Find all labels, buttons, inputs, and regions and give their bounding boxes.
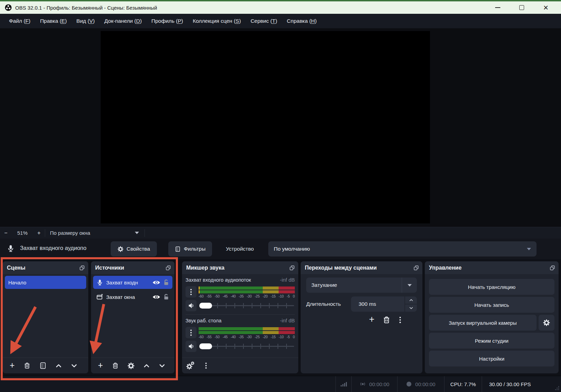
zoom-out-button[interactable]: − <box>0 230 12 236</box>
spin-up-button[interactable] <box>405 296 417 304</box>
mute-button[interactable] <box>186 341 197 352</box>
filters-label: Фильтры <box>184 246 206 252</box>
cpu-usage: CPU: 7.7% <box>450 381 476 387</box>
popout-icon[interactable] <box>166 265 171 270</box>
menu-item-s[interactable]: Коллекция сцен (S) <box>188 14 246 28</box>
channel-menu-button[interactable] <box>186 286 197 298</box>
controls-body: Начать трансляцию Начать запись Запуск в… <box>425 274 559 366</box>
menu-item-v[interactable]: Вид (V) <box>72 14 100 28</box>
spin-down-button[interactable] <box>405 304 417 312</box>
meter-scale-label: -20 <box>263 335 268 339</box>
mixer-panel-header[interactable]: Микшер звука <box>182 261 298 274</box>
meter-scale-label: -30 <box>247 335 251 339</box>
menu-item-e[interactable]: Правка (E) <box>35 14 71 28</box>
meter-scale-label: -60 <box>199 294 203 298</box>
fps-value: 30.00 / 30.00 FPS <box>489 381 531 387</box>
duration-spinner[interactable]: 300 ms <box>351 296 417 312</box>
mixer-menu-button[interactable] <box>204 362 208 369</box>
controls-title: Управление <box>429 265 462 271</box>
volume-slider[interactable] <box>199 300 295 311</box>
close-button[interactable]: ✕ <box>539 2 553 13</box>
source-item[interactable]: Захват входн <box>93 276 172 289</box>
meter-scale-label: -45 <box>223 335 228 339</box>
status-bar: 00:00:00 00:00:00 CPU: 7.7% 30.00 / 30.0… <box>0 376 561 392</box>
menu-item-p[interactable]: Профиль (P) <box>147 14 188 28</box>
settings-button[interactable]: Настройки <box>429 351 554 366</box>
mic-icon <box>97 279 103 286</box>
menu-bar: Файл (F)Правка (E)Вид (V)Док-панели (D)П… <box>0 14 561 28</box>
add-scene-button[interactable]: + <box>10 361 15 370</box>
remove-source-button[interactable] <box>112 362 119 369</box>
transitions-panel-header[interactable]: Переходы между сценами <box>301 261 422 274</box>
source-properties-button[interactable] <box>128 362 134 369</box>
meter-scale-label: -35 <box>239 335 243 339</box>
transition-select[interactable]: Затухание <box>306 278 417 293</box>
slider-handle[interactable] <box>199 343 212 349</box>
maximize-button[interactable] <box>515 2 529 13</box>
lock-open-icon[interactable] <box>163 294 169 300</box>
popout-icon[interactable] <box>550 265 555 270</box>
preview-canvas[interactable] <box>101 31 430 223</box>
popout-icon[interactable] <box>290 265 294 270</box>
meter-scale-label: -45 <box>223 294 228 298</box>
minimize-button[interactable] <box>491 2 504 13</box>
mute-button[interactable] <box>186 300 197 311</box>
sources-toolbar: + <box>91 358 174 373</box>
properties-button[interactable]: Свойства <box>111 241 157 257</box>
move-source-up-button[interactable] <box>143 362 150 369</box>
transition-menu-button[interactable] <box>399 316 402 324</box>
chevron-down-icon <box>135 232 139 234</box>
start-recording-button[interactable]: Начать запись <box>429 297 554 313</box>
menu-item-h[interactable]: Справка (H) <box>282 14 322 28</box>
sources-panel-header[interactable]: Источники <box>91 261 174 274</box>
visibility-eye-icon[interactable] <box>152 280 160 285</box>
menu-item-t[interactable]: Сервис (T) <box>246 14 282 28</box>
scene-item[interactable]: Начало <box>5 276 86 289</box>
source-item[interactable]: Захват окна <box>93 290 172 303</box>
lock-open-icon[interactable] <box>163 279 169 285</box>
zoom-in-button[interactable]: + <box>33 230 45 236</box>
resize-grip[interactable] <box>555 386 559 390</box>
popout-icon[interactable] <box>414 265 419 270</box>
start-virtual-camera-button[interactable]: Запуск виртуальной камеры <box>429 315 537 331</box>
remove-transition-button[interactable] <box>382 316 391 324</box>
controls-panel-header[interactable]: Управление <box>425 261 559 274</box>
duration-value[interactable]: 300 ms <box>351 296 404 312</box>
window-controls: ✕ <box>491 2 558 13</box>
speaker-icon <box>188 343 194 350</box>
move-scene-down-button[interactable] <box>71 362 78 369</box>
add-transition-button[interactable]: + <box>369 315 374 324</box>
scene-filters-button[interactable] <box>39 362 47 369</box>
zoom-fit-dropdown[interactable]: По размеру окна <box>45 230 144 236</box>
advanced-audio-button[interactable] <box>186 361 195 370</box>
menu-item-f[interactable]: Файл (F) <box>4 14 35 28</box>
slider-handle[interactable] <box>199 303 212 309</box>
stream-time-segment: 00:00:00 <box>351 376 397 392</box>
source-item-label: Захват окна <box>106 294 149 300</box>
gear-small-icon <box>191 361 194 365</box>
filters-button[interactable]: Фильтры <box>168 241 212 257</box>
popout-icon[interactable] <box>80 265 84 270</box>
chevron-up-icon <box>409 298 413 302</box>
transitions-title: Переходы между сценами <box>305 265 377 271</box>
move-scene-up-button[interactable] <box>55 362 62 369</box>
kebab-icon <box>190 330 192 336</box>
scenes-toolbar: + <box>3 358 88 373</box>
volume-slider[interactable] <box>199 341 295 352</box>
virtual-camera-settings-button[interactable] <box>539 315 554 331</box>
add-source-button[interactable]: + <box>98 361 103 370</box>
channel-menu-button[interactable] <box>186 327 197 338</box>
studio-mode-button[interactable]: Режим студии <box>429 333 554 349</box>
scenes-panel-header[interactable]: Сцены <box>3 261 88 274</box>
menu-item-d[interactable]: Док-панели (D) <box>100 14 147 28</box>
visibility-eye-icon[interactable] <box>152 294 160 300</box>
channel-name: Звук раб. стола <box>186 318 280 323</box>
move-source-down-button[interactable] <box>159 362 166 369</box>
sources-list: Захват входн Захват окна <box>91 274 174 305</box>
meter-scale-label: -10 <box>279 294 283 298</box>
meter-scale-label: -5 <box>287 294 290 298</box>
start-streaming-button[interactable]: Начать трансляцию <box>429 279 554 295</box>
filters-icon <box>175 246 181 252</box>
device-combobox[interactable]: По умолчанию <box>268 241 537 257</box>
remove-scene-button[interactable] <box>23 362 31 369</box>
